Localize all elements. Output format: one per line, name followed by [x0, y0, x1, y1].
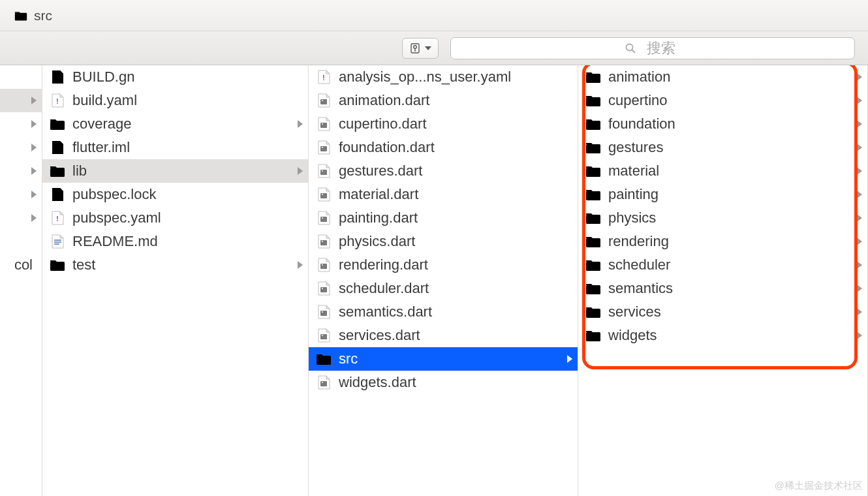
file-row[interactable]: gestures.dart: [309, 159, 578, 183]
file-row[interactable]: material.dart: [309, 183, 578, 206]
file-row[interactable]: analysis_op...ns_user.yaml: [309, 65, 578, 89]
item-label: cupertino: [608, 92, 857, 109]
file-row[interactable]: build.yaml: [42, 89, 308, 112]
file-row[interactable]: [0, 136, 42, 159]
file-row[interactable]: painting.dart: [309, 206, 578, 230]
chevron-right-icon: [857, 97, 862, 104]
folder-row[interactable]: gestures: [578, 136, 867, 159]
chevron-right-icon: [857, 167, 862, 175]
chevron-right-icon: [857, 214, 862, 222]
dart-file-icon: [316, 93, 332, 108]
file-row[interactable]: flutter.iml: [42, 136, 308, 159]
file-row[interactable]: [0, 206, 42, 230]
folder-row[interactable]: material: [578, 159, 867, 183]
folder-row[interactable]: services: [578, 300, 867, 324]
file-row[interactable]: README.md: [42, 230, 308, 253]
file-row[interactable]: [0, 159, 42, 183]
file-row[interactable]: [0, 112, 42, 136]
file-row[interactable]: [0, 65, 42, 89]
file-row[interactable]: pubspec.lock: [42, 183, 308, 206]
action-menu-button[interactable]: [402, 38, 439, 59]
item-label: physics: [608, 209, 857, 226]
item-label: material: [608, 163, 857, 179]
folder-row[interactable]: rendering: [578, 230, 867, 253]
titlebar[interactable]: src: [0, 0, 868, 31]
folder-row[interactable]: animation: [578, 65, 867, 89]
file-row[interactable]: col: [0, 253, 42, 277]
window-title: src: [34, 8, 52, 23]
folder-icon: [585, 210, 601, 226]
chevron-right-icon: [857, 144, 862, 151]
chevron-right-icon: [857, 332, 862, 339]
dart-file-icon: [316, 304, 332, 320]
file-row[interactable]: animation.dart: [309, 89, 578, 112]
item-label: BUILD.gn: [72, 69, 303, 85]
chevron-right-icon: [31, 191, 37, 198]
file-icon: [50, 140, 65, 155]
file-row[interactable]: widgets.dart: [309, 371, 578, 394]
folder-row[interactable]: coverage: [42, 112, 308, 136]
file-row[interactable]: services.dart: [309, 324, 578, 347]
file-row[interactable]: foundation.dart: [309, 136, 578, 159]
dart-file-icon: [316, 187, 332, 202]
column-3[interactable]: animationcupertinofoundationgesturesmate…: [578, 65, 868, 496]
item-label: pubspec.yaml: [72, 209, 303, 226]
chevron-right-icon: [567, 355, 572, 363]
folder-row[interactable]: lib: [42, 159, 308, 183]
chevron-right-icon: [31, 214, 37, 222]
chevron-right-icon: [857, 120, 862, 128]
file-icon: [50, 187, 65, 202]
chevron-right-icon: [298, 261, 303, 269]
search-input[interactable]: [642, 40, 681, 57]
chevron-right-icon: [31, 144, 37, 151]
item-label: foundation.dart: [339, 139, 572, 156]
chevron-right-icon: [31, 167, 37, 175]
dart-file-icon: [316, 140, 332, 155]
folder-row[interactable]: scheduler: [578, 253, 867, 277]
column-0[interactable]: col: [0, 65, 42, 496]
folder-icon: [585, 187, 601, 202]
file-row[interactable]: [0, 183, 42, 206]
item-label: scheduler.dart: [339, 280, 572, 297]
column-2[interactable]: analysis_op...ns_user.yamlanimation.dart…: [309, 65, 578, 496]
dart-file-icon: [316, 375, 332, 390]
dart-file-icon: [316, 328, 332, 343]
file-row[interactable]: scheduler.dart: [309, 277, 578, 300]
folder-row[interactable]: semantics: [578, 277, 867, 300]
item-label: gestures: [608, 139, 857, 156]
file-row[interactable]: physics.dart: [309, 230, 578, 253]
markdown-file-icon: [50, 234, 65, 249]
item-label: test: [72, 256, 298, 273]
file-icon: [50, 69, 65, 85]
file-row[interactable]: pubspec.yaml: [42, 206, 308, 230]
folder-row[interactable]: widgets: [578, 324, 867, 347]
watermark: @稀土掘金技术社区: [775, 480, 863, 492]
chevron-right-icon: [857, 308, 862, 316]
item-label: animation: [608, 69, 857, 85]
file-row[interactable]: [0, 230, 42, 253]
item-label: coverage: [72, 116, 298, 132]
item-label: foundation: [608, 116, 857, 132]
file-row[interactable]: semantics.dart: [309, 300, 578, 324]
item-label: semantics.dart: [339, 303, 572, 320]
chevron-right-icon: [31, 120, 37, 128]
column-browser: col BUILD.gnbuild.yamlcoverageflutter.im…: [0, 65, 868, 496]
search-box[interactable]: [450, 37, 855, 59]
folder-row[interactable]: physics: [578, 206, 867, 230]
folder-row[interactable]: src: [309, 347, 578, 371]
folder-row[interactable]: painting: [578, 183, 867, 206]
item-label: painting.dart: [339, 209, 572, 226]
column-1[interactable]: BUILD.gnbuild.yamlcoverageflutter.imllib…: [42, 65, 309, 496]
svg-line-11: [632, 50, 636, 53]
item-label: widgets.dart: [339, 374, 572, 391]
folder-row[interactable]: cupertino: [578, 89, 867, 112]
svg-point-10: [627, 44, 633, 50]
file-row[interactable]: BUILD.gn: [42, 65, 308, 89]
file-row[interactable]: cupertino.dart: [309, 112, 578, 136]
file-row[interactable]: rendering.dart: [309, 253, 578, 277]
folder-icon: [13, 9, 29, 22]
dart-file-icon: [316, 234, 332, 249]
folder-row[interactable]: test: [42, 253, 308, 277]
folder-row[interactable]: foundation: [578, 112, 867, 136]
file-row[interactable]: [0, 89, 42, 112]
